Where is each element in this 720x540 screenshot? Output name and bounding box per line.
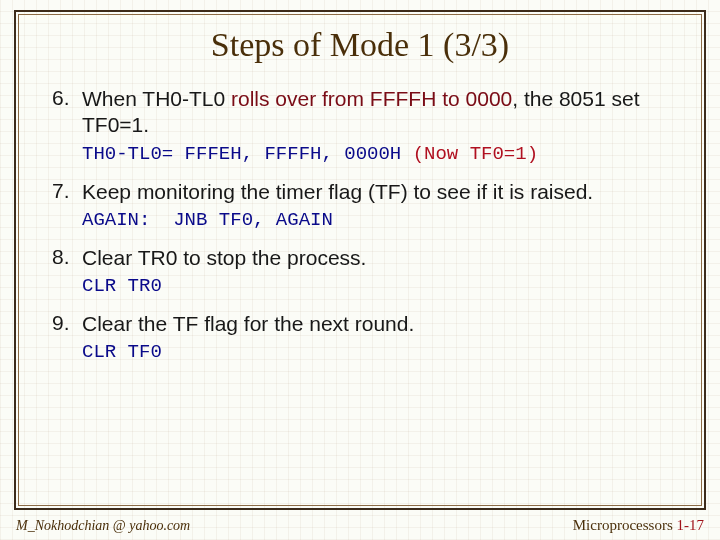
footer-author: M_Nokhodchian @ yahoo.com: [16, 518, 190, 534]
step-number: 7.: [52, 179, 78, 203]
step-number: 9.: [52, 311, 78, 335]
step-text: Keep monitoring the timer flag (TF) to s…: [82, 180, 593, 203]
slide: Steps of Mode 1 (3/3) 6. When TH0-TL0 ro…: [0, 0, 720, 540]
steps-list: 6. When TH0-TL0 rolls over from FFFFH to…: [42, 86, 678, 371]
step-text-pre: When TH0-TL0: [82, 87, 231, 110]
step-text-pre: Keep monitoring the timer flag (TF) to s…: [82, 180, 593, 203]
step-number: 6.: [52, 86, 78, 110]
step-code: CLR TR0: [82, 275, 674, 297]
step-text-highlight: rolls over from FFFFH to 0000: [231, 87, 512, 110]
code-plain: CLR TR0: [82, 275, 162, 297]
step-9: 9. Clear the TF flag for the next round.…: [52, 311, 678, 371]
step-text: When TH0-TL0 rolls over from FFFFH to 00…: [82, 87, 640, 136]
step-text-pre: Clear TR0 to stop the process.: [82, 246, 366, 269]
slide-content: Steps of Mode 1 (3/3) 6. When TH0-TL0 ro…: [26, 20, 694, 500]
step-text: Clear the TF flag for the next round.: [82, 312, 414, 335]
step-body: When TH0-TL0 rolls over from FFFFH to 00…: [82, 86, 674, 173]
page-number: 1-17: [677, 517, 705, 533]
step-number: 8.: [52, 245, 78, 269]
step-body: Keep monitoring the timer flag (TF) to s…: [82, 179, 674, 239]
footer-label: Microprocessors: [573, 517, 677, 533]
code-highlight: (Now TF0=1): [413, 143, 538, 165]
step-code: AGAIN: JNB TF0, AGAIN: [82, 209, 674, 231]
step-text-pre: Clear the TF flag for the next round.: [82, 312, 414, 335]
step-body: Clear the TF flag for the next round. CL…: [82, 311, 674, 371]
step-body: Clear TR0 to stop the process. CLR TR0: [82, 245, 674, 305]
step-text: Clear TR0 to stop the process.: [82, 246, 366, 269]
step-6: 6. When TH0-TL0 rolls over from FFFFH to…: [52, 86, 678, 173]
footer-page: Microprocessors 1-17: [573, 517, 704, 534]
step-code: CLR TF0: [82, 341, 674, 363]
slide-title: Steps of Mode 1 (3/3): [42, 26, 678, 64]
code-plain: AGAIN: JNB TF0, AGAIN: [82, 209, 333, 231]
step-code: TH0-TL0= FFFEH, FFFFH, 0000H (Now TF0=1): [82, 143, 674, 165]
code-plain: CLR TF0: [82, 341, 162, 363]
step-7: 7. Keep monitoring the timer flag (TF) t…: [52, 179, 678, 239]
code-plain: TH0-TL0= FFFEH, FFFFH, 0000H: [82, 143, 413, 165]
step-8: 8. Clear TR0 to stop the process. CLR TR…: [52, 245, 678, 305]
